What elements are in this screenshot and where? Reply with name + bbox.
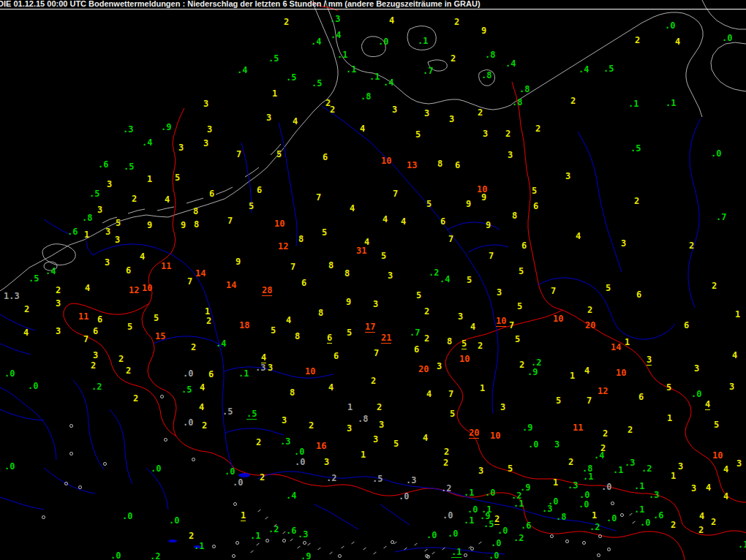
station-value: 5 — [467, 276, 472, 284]
station-value: .7 — [410, 329, 420, 337]
station-value: 8 — [295, 333, 300, 341]
station-value: .0 — [640, 519, 650, 527]
station-value: .5 — [372, 475, 383, 483]
station-value: 3 — [694, 365, 699, 373]
station-value: 2 — [444, 448, 449, 456]
station-value: .0 — [110, 552, 121, 560]
station-value: 11 — [161, 262, 171, 270]
station-value: 6 — [684, 322, 689, 330]
station-value: .3 — [568, 482, 578, 490]
station-value: .1 — [194, 542, 204, 550]
station-value: 13 — [407, 162, 417, 170]
station-value: .5 — [286, 74, 296, 82]
station-value: 4 — [389, 17, 394, 25]
station-value: 3 — [56, 328, 61, 336]
station-value: .8 — [82, 214, 92, 222]
station-value: 2 — [330, 106, 335, 114]
station-value: 7 — [290, 263, 295, 271]
station-value: 1 — [205, 308, 210, 316]
station-value: 2 — [689, 242, 694, 250]
station-value: 2 — [133, 395, 138, 403]
station-value: 1 — [241, 512, 246, 521]
station-value: 2 — [126, 367, 131, 375]
station-value: 4 — [706, 484, 711, 492]
station-value: .0 — [442, 512, 453, 520]
station-value: 2 — [505, 130, 510, 138]
station-value: .0 — [691, 390, 701, 398]
station-value: 4 — [23, 329, 29, 337]
station-value: 5 — [666, 384, 671, 392]
station-value: 3 — [105, 259, 110, 267]
station-value: 3 — [691, 485, 696, 493]
station-value: 2 — [189, 532, 194, 540]
station-value: 2 — [698, 526, 704, 534]
station-value: 9 — [466, 200, 471, 208]
station-value: 6 — [208, 371, 214, 379]
station-value: .0 — [485, 489, 495, 497]
station-dot — [598, 534, 602, 538]
station-value: 2 — [634, 197, 639, 205]
station-value: 7 — [83, 336, 88, 344]
station-value: 2 — [443, 459, 448, 467]
station-value: 1.3 — [4, 292, 20, 300]
station-value: .9 — [161, 124, 171, 132]
station-value: .0 — [426, 531, 437, 540]
station-value: 2 — [568, 458, 573, 466]
station-value: .6 — [67, 228, 78, 236]
station-value: .4 — [45, 268, 56, 276]
station-value: 7 — [448, 390, 453, 398]
station-value: 3 — [373, 300, 378, 309]
station-value: 3 — [324, 458, 329, 466]
station-value: .4 — [383, 79, 393, 87]
station-value: 8 — [512, 212, 517, 220]
station-value: 3 — [282, 417, 287, 425]
station-value: 31 — [356, 247, 366, 255]
station-value: 5 — [714, 421, 719, 429]
station-dot — [64, 482, 68, 485]
station-value: 3 — [105, 228, 110, 236]
station-value: 1 — [361, 451, 366, 459]
station-value: .8 — [556, 513, 566, 521]
station-value: 2 — [202, 422, 207, 430]
station-value: .1 — [634, 506, 644, 514]
station-value: .8 — [519, 86, 530, 94]
station-value: 20 — [418, 366, 429, 374]
weather-map-screen: 2.3429.0.024.4.4.1.0.5.1.82.4.4.7.1.8.5.… — [0, 0, 746, 560]
station-value: .3 — [330, 15, 340, 23]
station-value: .5 — [312, 80, 322, 88]
station-value: .1 — [464, 489, 474, 497]
station-value: .9 — [301, 553, 311, 560]
station-value: .0 — [151, 465, 161, 473]
station-value: 2 — [260, 474, 265, 482]
station-value: .6 — [286, 527, 296, 535]
station-value: 3 — [729, 383, 734, 391]
station-value: 10 — [142, 284, 152, 292]
station-value: 11 — [78, 313, 88, 321]
station-value: 4 — [705, 401, 710, 410]
station-value: .0 — [579, 501, 589, 509]
station-dot — [338, 554, 342, 558]
station-value: 2 — [377, 404, 382, 412]
station-value: 2 — [519, 361, 524, 369]
station-dot — [464, 553, 467, 557]
station-value: 12 — [278, 243, 288, 251]
station-value: 2 — [478, 342, 483, 350]
station-value: 3 — [347, 425, 352, 433]
station-value: 4 — [470, 323, 475, 331]
station-value: 6 — [638, 393, 644, 401]
station-value: .4 — [505, 60, 516, 68]
station-value: 4 — [85, 284, 90, 292]
station-value: .1 — [613, 466, 623, 474]
station-value: 1 — [671, 472, 676, 480]
station-value: 2 — [371, 377, 376, 385]
station-value: 9 — [481, 27, 486, 35]
station-value: 8 — [290, 389, 295, 397]
station-value: 2 — [191, 344, 196, 352]
station-value: .2 — [513, 534, 524, 542]
station-value: .8 — [512, 99, 522, 107]
station-value: 6 — [97, 316, 102, 324]
border-layer — [64, 1, 746, 560]
station-value: .3 — [625, 459, 635, 467]
station-value: .8 — [358, 415, 368, 423]
station-value: .5 — [89, 190, 99, 198]
